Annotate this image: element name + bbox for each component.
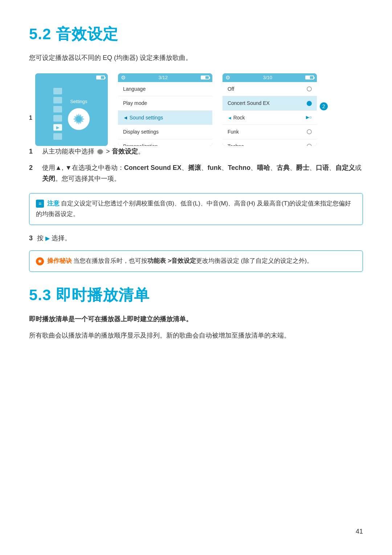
instruction-1-text: 从主功能表中选择 > 音效设定。	[42, 146, 363, 157]
step2-num-label: 2	[320, 102, 328, 110]
note-text: 自定义设定可让您透过个别调校重低音(B)、低音(L)、中音(M)、高音(H) 及…	[36, 200, 351, 217]
menu-item-off: Off	[222, 82, 317, 96]
device-screen-2: ⚙ 3/12 Language Play mode ◄ Sound settin…	[118, 73, 212, 146]
menu-item-funk: Funk	[222, 125, 317, 139]
note-icon: ≡	[36, 200, 44, 208]
settings-label: Settings	[70, 98, 87, 106]
device-screen-3: ⚙ 3/10 Off Concert Sound EX ◄ Rock ▶○ Fu…	[222, 73, 317, 146]
menu-item-concert: Concert Sound EX	[222, 96, 317, 110]
intro-text: 您可设定播放器以不同的 EQ (均衡器) 设定来播放歌曲。	[29, 53, 363, 63]
device-screen-1: ▶ Settings	[35, 73, 108, 146]
screen3-gear-icon: ⚙	[225, 73, 230, 82]
step3-line: 3 按 ▶ 选择。	[29, 233, 363, 244]
instructions-section: 1 从主功能表中选择 > 音效设定。 2 使用▲, ▼在选项之中卷动：Conce…	[29, 146, 363, 184]
section-53-title: 5.3 即时播放清单	[29, 283, 363, 307]
tip-label: 操作秘诀	[47, 257, 72, 264]
screen2-header-text: 3/12	[159, 74, 168, 82]
menu-item-language: Language	[118, 82, 212, 96]
screenshots-area: 1 ▶ Settings	[29, 73, 363, 146]
tip-text: 当您在播放音乐时，也可按功能表 >音效设定更改均衡器设定 (除了自定义的设定之外…	[73, 257, 313, 264]
menu-item-techno: Techno	[222, 139, 317, 146]
page-number: 41	[356, 526, 363, 537]
section-53-desc1: 即时播放清单是一个可在播放器上即时建立的播放清单。	[29, 314, 363, 325]
step1-num-label: 1	[29, 113, 32, 123]
section-53-desc2: 所有歌曲会以播放清单的播放顺序显示及排列。新的歌曲会自动被增加至播放清单的末端。	[29, 330, 363, 341]
section-52-title: 5.2 音效设定	[29, 22, 363, 46]
step3-num: 3	[29, 233, 33, 244]
screen2-gear-icon: ⚙	[121, 73, 126, 82]
menu-item-sound: ◄ Sound settings	[118, 111, 212, 125]
screen3-header-text: 3/10	[263, 74, 272, 82]
step3-text: 按 ▶ 选择。	[37, 233, 71, 244]
gear-inline-icon	[96, 148, 104, 156]
tip-icon: ✱	[36, 257, 44, 265]
instruction-2-num: 2	[29, 162, 36, 184]
note-box: ≡ 注意 自定义设定可让您透过个别调校重低音(B)、低音(L)、中音(M)、高音…	[29, 193, 363, 225]
instruction-1: 1 从主功能表中选择 > 音效设定。	[29, 146, 363, 157]
menu-item-rock: ◄ Rock ▶○	[222, 111, 317, 125]
section-53: 5.3 即时播放清单 即时播放清单是一个可在播放器上即时建立的播放清单。 所有歌…	[29, 283, 363, 341]
tip-box: ✱ 操作秘诀 当您在播放音乐时，也可按功能表 >音效设定更改均衡器设定 (除了自…	[29, 250, 363, 272]
gear-icon	[72, 112, 86, 126]
note-label: 注意	[47, 200, 60, 207]
menu-item-playmode: Play mode	[118, 96, 212, 110]
play-arrow-icon: ▶	[45, 235, 50, 241]
instruction-1-num: 1	[29, 146, 36, 157]
menu-item-personalization: Personalization	[118, 139, 212, 146]
menu-item-display: Display settings	[118, 125, 212, 139]
instruction-2-text: 使用▲, ▼在选项之中卷动：Concert Sound EX、摇滚、funk、T…	[42, 162, 363, 184]
instruction-2: 2 使用▲, ▼在选项之中卷动：Concert Sound EX、摇滚、funk…	[29, 162, 363, 184]
